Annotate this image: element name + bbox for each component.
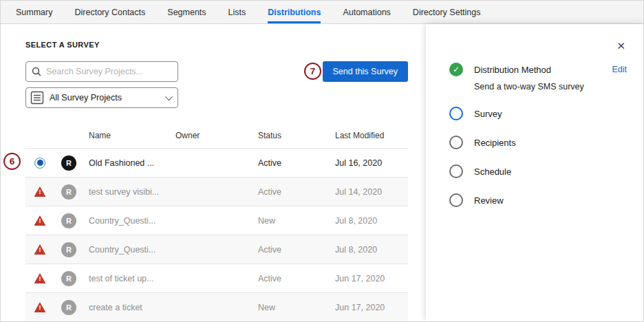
survey-name: test of ticket up... [83,274,170,283]
survey-modified: Jul 8, 2020 [330,216,408,226]
steps-list: ✓ Distribution Method Edit Send a two-wa… [426,24,643,207]
step-subtitle: Send a two-way SMS survey [474,82,627,92]
column-owner: Owner [170,131,253,140]
warning-icon [34,244,46,255]
column-status: Status [253,131,330,140]
tab-segments[interactable]: Segments [167,1,206,23]
tab-lists[interactable]: Lists [228,1,246,23]
survey-avatar-icon: R [61,213,76,228]
survey-name: test survey visibi... [83,187,170,197]
annotation-step-7: 7 [304,63,321,80]
survey-status: New [253,216,330,226]
top-nav: Summary Directory Contacts Segments List… [1,1,643,24]
close-icon[interactable]: ✕ [616,41,625,51]
edit-link[interactable]: Edit [612,65,627,74]
survey-avatar-icon: R [61,155,76,171]
annotation-step-6: 6 [3,153,21,170]
step-review[interactable]: Review [449,193,627,207]
warning-icon [34,186,46,197]
survey-name: create a ticket [83,303,170,312]
survey-avatar-icon: R [61,242,76,257]
chevron-down-icon [165,93,173,100]
survey-name: Old Fashioned ... [83,158,170,168]
survey-modified: Jul 16, 2020 [330,158,408,168]
survey-status: Active [253,187,330,197]
send-this-survey-button[interactable]: Send this Survey [323,61,409,82]
survey-status: Active [253,158,330,168]
tab-directory-contacts[interactable]: Directory Contacts [74,1,145,23]
survey-avatar-icon: R [61,184,76,200]
current-step-circle-icon [449,107,463,120]
pending-step-circle-icon [449,193,463,207]
table-row[interactable]: R Country_Questi... Active Jul 8, 2020 [25,235,408,264]
project-filter-dropdown[interactable]: All Survey Projects [25,87,178,108]
search-input[interactable] [46,67,172,76]
distribution-steps-panel: ✕ ✓ Distribution Method Edit Send a two-… [426,24,643,321]
survey-modified: Jul 8, 2020 [330,245,408,255]
table-body: R Old Fashioned ... Active Jul 16, 2020 … [25,148,408,322]
step-label: Schedule [474,167,511,177]
tab-automations[interactable]: Automations [343,1,390,23]
survey-status: Active [253,274,330,283]
column-name: Name [83,131,170,140]
survey-status: Active [253,245,330,255]
main-content: SELECT A SURVEY All Survey Projects [1,24,426,321]
step-label: Review [474,195,504,206]
table-row[interactable]: R test of ticket up... Active Jun 17, 20… [25,264,408,292]
survey-avatar-icon: R [61,271,76,286]
table-header: Name Owner Status Last Modified [25,123,408,148]
step-recipients[interactable]: Recipients [449,136,627,149]
warning-icon [34,302,46,312]
survey-table: Name Owner Status Last Modified R Old Fa… [25,123,408,322]
list-icon [30,91,44,105]
survey-modified: Jun 17, 2020 [330,274,408,283]
survey-status: New [253,303,330,312]
table-row[interactable]: R Old Fashioned ... Active Jul 16, 2020 [25,148,408,177]
check-circle-icon: ✓ [449,63,463,76]
step-label: Survey [474,109,502,119]
pending-step-circle-icon [449,164,463,178]
survey-modified: Jul 14, 2020 [330,187,408,197]
step-survey[interactable]: Survey [449,107,627,120]
radio-selected-icon[interactable] [34,158,45,169]
table-row[interactable]: R Country_Questi... New Jul 8, 2020 [25,206,408,235]
survey-avatar-icon: R [61,300,76,315]
step-label: Distribution Method [474,65,551,75]
project-filter-value: All Survey Projects [50,93,160,103]
tab-directory-settings[interactable]: Directory Settings [413,1,481,23]
distributions-page: Summary Directory Contacts Segments List… [0,0,644,322]
tab-distributions[interactable]: Distributions [268,1,321,23]
tab-summary[interactable]: Summary [16,1,52,23]
survey-controls: All Survey Projects 7 Send this Survey [25,61,408,108]
page-title: SELECT A SURVEY [25,41,426,49]
table-row[interactable]: R create a ticket New Jun 17, 2020 [25,292,408,321]
column-last-modified: Last Modified [330,131,408,140]
search-box [25,61,178,82]
pending-step-circle-icon [449,136,463,149]
survey-modified: Jun 17, 2020 [330,303,408,312]
step-distribution-method[interactable]: ✓ Distribution Method Edit [449,63,627,76]
survey-name: Country_Questi... [83,216,170,226]
search-icon [32,67,41,76]
warning-icon [34,215,46,226]
warning-icon [34,273,46,283]
step-schedule[interactable]: Schedule [449,164,627,178]
table-row[interactable]: R test survey visibi... Active Jul 14, 2… [25,177,408,206]
survey-name: Country_Questi... [83,245,170,255]
step-label: Recipients [474,138,516,148]
